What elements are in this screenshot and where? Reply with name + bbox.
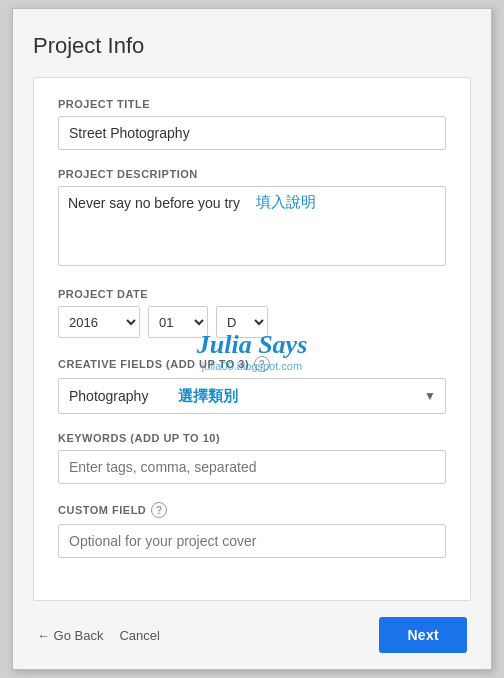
date-day-select[interactable]: D 1 2 — [216, 306, 268, 338]
keywords-input[interactable] — [58, 450, 446, 484]
custom-field-input[interactable] — [58, 524, 446, 558]
go-back-button[interactable]: ← Go Back — [37, 628, 103, 643]
cancel-button[interactable]: Cancel — [119, 628, 159, 643]
keywords-group: KEYWORDS (ADD UP TO 10) — [58, 432, 446, 484]
project-title-label: PROJECT TITLE — [58, 98, 446, 110]
project-date-group: PROJECT DATE 2016 2015 2014 2017 01 02 0… — [58, 288, 446, 338]
page-title: Project Info — [33, 33, 471, 59]
creative-fields-group: CREATIVE FIELDS (ADD UP TO 3) ? Photogra… — [58, 356, 446, 414]
creative-select-wrapper: Photography Design Illustration Art Dire… — [58, 378, 446, 414]
project-description-input[interactable] — [58, 186, 446, 266]
footer: ← Go Back Cancel Next — [33, 617, 471, 653]
project-description-group: PROJECT DESCRIPTION Never say no before … — [58, 168, 446, 270]
keywords-label: KEYWORDS (ADD UP TO 10) — [58, 432, 446, 444]
project-date-label: PROJECT DATE — [58, 288, 446, 300]
custom-field-group: CUSTOM FIELD ? — [58, 502, 446, 558]
custom-field-help-icon[interactable]: ? — [151, 502, 167, 518]
creative-fields-help-icon[interactable]: ? — [254, 356, 270, 372]
custom-field-label: CUSTOM FIELD ? — [58, 502, 446, 518]
date-year-select[interactable]: 2016 2015 2014 2017 — [58, 306, 140, 338]
date-month-select[interactable]: 01 02 03 — [148, 306, 208, 338]
creative-fields-label: CREATIVE FIELDS (ADD UP TO 3) ? — [58, 356, 446, 372]
project-title-input[interactable] — [58, 116, 446, 150]
next-button[interactable]: Next — [379, 617, 467, 653]
creative-fields-select[interactable]: Photography Design Illustration Art Dire… — [58, 378, 446, 414]
project-description-label: PROJECT DESCRIPTION — [58, 168, 446, 180]
project-title-group: PROJECT TITLE — [58, 98, 446, 150]
